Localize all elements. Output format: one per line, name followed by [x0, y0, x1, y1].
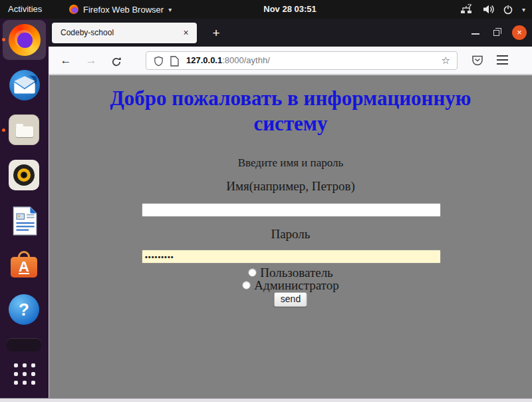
system-tray[interactable]: ? ▾ — [460, 0, 525, 19]
role-row-admin: Администратор — [49, 279, 532, 292]
show-applications-grid-icon[interactable] — [11, 361, 38, 387]
clock[interactable]: Nov 28 03:51 — [263, 0, 317, 19]
window-restore-button[interactable] — [489, 25, 504, 40]
dock-item-files[interactable] — [9, 114, 41, 146]
url-bar[interactable]: 127.0.0.1:8000/aythh/ ☆ — [146, 51, 458, 70]
files-folder-icon — [9, 114, 39, 145]
app-menu-label: Firefox Web Browser — [83, 5, 164, 15]
url-text[interactable]: 127.0.0.1:8000/aythh/ — [186, 52, 270, 69]
name-input[interactable] — [142, 203, 441, 217]
radio-admin[interactable] — [242, 281, 251, 290]
firefox-window: Codeby-school × + × ← → 127.0.0.1:8000/a… — [49, 19, 532, 398]
document-writer-icon — [9, 205, 41, 237]
window-minimize-button[interactable] — [468, 25, 483, 40]
running-indicator-dot — [2, 38, 5, 41]
help-question-icon: ? — [9, 294, 39, 325]
radio-user[interactable] — [248, 268, 257, 277]
volume-icon[interactable] — [482, 4, 494, 15]
role-row-user: Пользователь — [49, 266, 532, 279]
firefox-icon — [9, 24, 41, 56]
reload-icon — [111, 57, 122, 67]
web-page-content: Добро пожаловать в информационную систем… — [49, 75, 532, 398]
ubuntu-top-bar: Activities Firefox Web Browser ▾ Nov 28 … — [0, 0, 532, 19]
dock-item-thunderbird[interactable] — [9, 69, 41, 101]
activities-button[interactable]: Activities — [8, 0, 42, 19]
svg-text:?: ? — [467, 4, 471, 10]
password-field-label: Пароль — [49, 227, 532, 242]
url-host: 127.0.0.1 — [186, 55, 222, 65]
new-tab-button[interactable]: + — [207, 24, 225, 43]
shield-icon[interactable] — [154, 56, 164, 67]
thunderbird-icon — [9, 69, 41, 101]
window-bottom-edge — [0, 398, 532, 402]
pocket-icon[interactable] — [471, 55, 484, 67]
dock-item-firefox[interactable] — [9, 24, 41, 56]
tab-title: Codeby-school — [61, 23, 114, 43]
forward-button[interactable]: → — [82, 51, 100, 70]
name-field-label: Имя(например, Петров) — [49, 179, 532, 194]
reload-button[interactable] — [107, 51, 126, 70]
radio-admin-label: Администратор — [254, 278, 338, 293]
dock-item-dark-app[interactable] — [7, 338, 41, 351]
dock-item-ubuntu-software[interactable]: A — [9, 250, 41, 282]
power-icon[interactable] — [503, 4, 513, 15]
dock: A ? — [0, 19, 49, 398]
tab-codeby-school[interactable]: Codeby-school × — [52, 23, 197, 43]
chevron-down-icon: ▾ — [522, 6, 525, 13]
hamburger-menu-icon[interactable] — [497, 55, 508, 67]
url-path: :8000/aythh/ — [222, 55, 270, 65]
chevron-down-icon: ▾ — [168, 6, 172, 13]
page-title: Добро пожаловать в информационную систем… — [84, 86, 497, 136]
software-store-icon: A — [9, 250, 39, 281]
network-question-icon[interactable]: ? — [460, 4, 473, 15]
tab-bar: Codeby-school × + × — [49, 19, 532, 47]
send-button[interactable]: send — [274, 292, 307, 307]
back-button[interactable]: ← — [57, 51, 75, 70]
password-input[interactable] — [142, 250, 441, 264]
navigation-toolbar: ← → 127.0.0.1:8000/aythh/ ☆ — [49, 47, 532, 75]
dock-item-rhythmbox[interactable] — [9, 160, 41, 192]
window-close-button[interactable]: × — [512, 25, 527, 40]
login-prompt-text: Введите имя и пароль — [49, 156, 532, 170]
app-menu-button[interactable]: Firefox Web Browser ▾ — [69, 0, 172, 19]
dock-item-libreoffice-writer[interactable] — [9, 205, 41, 237]
dock-item-help[interactable]: ? — [9, 294, 41, 326]
tab-close-icon[interactable]: × — [179, 26, 193, 40]
running-indicator-dot — [2, 128, 5, 132]
page-info-icon[interactable] — [170, 56, 179, 67]
speaker-icon — [9, 160, 39, 190]
bookmark-star-icon[interactable]: ☆ — [442, 52, 450, 69]
firefox-icon — [69, 5, 78, 14]
